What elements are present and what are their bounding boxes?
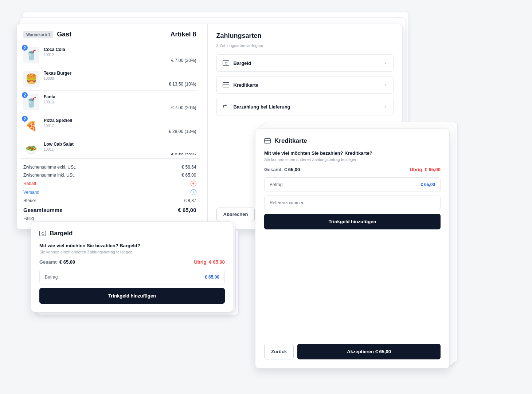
payment-title: Zahlungsarten [216, 32, 394, 40]
total-label: Gesamt [39, 259, 57, 265]
reference-input[interactable]: Referenznummer [264, 196, 441, 210]
add-discount-icon[interactable]: + [191, 181, 196, 186]
subtotal-incl-label: Zwischensumme inkl. USt. [23, 173, 75, 178]
qty-badge: 2 [22, 116, 28, 122]
remaining-label: Übrig [410, 167, 422, 172]
question-title: Mit wie viel möchten Sie bezahlen? Barge… [39, 243, 225, 248]
modal-title: Kreditkarte [274, 137, 307, 145]
cash-icon [39, 231, 46, 236]
total-value: € 65,00 [284, 167, 300, 172]
item-name: Texas Burger [44, 71, 196, 76]
payment-option-card[interactable]: Kreditkarte → [216, 76, 394, 94]
product-thumb: 🥗 [23, 142, 39, 155]
amount-input[interactable]: Betrag € 65,00 [39, 270, 225, 284]
cart-item[interactable]: 2 🥤 Coca Cola 10012 € 7,00 (20%) [21, 43, 199, 67]
cash-payment-modal: Bargeld Mit wie viel möchten Sie bezahle… [31, 221, 233, 312]
subtotal-excl-label: Zwischensumme exkl. USt. [23, 165, 76, 170]
cart-item[interactable]: 2 🥤 Fanta 10013 € 7,00 (20%) [21, 91, 199, 114]
total-label: Gesamt [264, 167, 282, 172]
item-sku: 10017 [44, 124, 196, 128]
cart-item[interactable]: 🥗 Low Cab Salat 10011 € 9,50 (20%) [21, 138, 199, 155]
amount-value: € 65,00 [420, 182, 435, 187]
item-sku: 10008 [44, 76, 196, 80]
item-name: Pizza Speziell [44, 118, 196, 123]
arrow-right-icon: → [382, 82, 387, 88]
item-sku: 10012 [44, 53, 196, 57]
add-tip-button[interactable]: Trinkgeld hinzufügen [39, 288, 225, 304]
item-name: Coca Cola [44, 47, 196, 52]
remaining-value: € 65,00 [209, 259, 225, 265]
cart-badge: Warenkorb 1 [23, 31, 53, 38]
modal-title: Bargeld [50, 230, 73, 237]
cart-item[interactable]: 🍔 Texas Burger 10008 € 13,50 (10%) [21, 67, 199, 91]
payment-option-cash[interactable]: Bargeld → [216, 54, 394, 72]
tax-value: € 8,37 [184, 198, 196, 203]
qty-badge: 2 [22, 45, 28, 51]
payment-option-cod[interactable]: Barzahlung bei Lieferung → [216, 98, 394, 115]
reference-label: Referenznummer [270, 200, 304, 205]
article-count: Artikel 8 [170, 31, 196, 38]
amount-value: € 65,00 [205, 275, 219, 280]
payment-option-label: Kreditkarte [234, 82, 259, 88]
remaining-value: € 65,00 [425, 167, 441, 172]
item-price: € 7,00 (20%) [171, 58, 196, 63]
subtotal-incl-value: € 65,00 [181, 173, 196, 178]
arrow-right-icon: → [382, 103, 387, 110]
card-icon [223, 82, 229, 87]
item-price: € 28,00 (13%) [169, 129, 196, 134]
tax-label: Steuer [23, 198, 36, 203]
cod-icon [223, 104, 229, 109]
cart-pane: Warenkorb 1 Gast Artikel 8 2 🥤 Coca Cola… [17, 24, 208, 229]
totals: Zwischensumme exkl. USt.€ 56,64 Zwischen… [21, 158, 199, 222]
remaining-label: Übrig [194, 259, 206, 265]
payment-option-label: Barzahlung bei Lieferung [234, 104, 290, 110]
back-button[interactable]: Zurück [264, 344, 294, 359]
arrow-right-icon: → [382, 60, 387, 66]
item-price: € 13,50 (10%) [169, 82, 196, 87]
total-value: € 65,00 [59, 259, 75, 265]
due-label: Fällig [23, 216, 34, 221]
amount-label: Betrag [270, 182, 282, 187]
item-name: Fanta [44, 94, 196, 99]
grand-total-value: € 65,00 [178, 207, 196, 213]
question-subtitle: Sie können einen anderen Zahlungsbetrag … [264, 157, 441, 162]
cart-item[interactable]: 2 🍕 Pizza Speziell 10017 € 28,00 (13%) [21, 114, 199, 138]
discount-label: Rabatt [23, 181, 36, 186]
question-title: Mit wie viel möchten Sie bezahlen? Kredi… [264, 150, 441, 156]
item-price: € 9,50 (20%) [171, 153, 196, 155]
add-shipping-icon[interactable]: + [191, 189, 196, 195]
item-sku: 10013 [44, 100, 196, 104]
cancel-button[interactable]: Abbrechen [216, 208, 255, 221]
qty-badge: 2 [22, 92, 28, 98]
payment-subtitle: 3 Zahlungsarten verfügbar [216, 43, 394, 48]
cash-icon [223, 60, 229, 66]
grand-total-label: Gesamtsumme [23, 207, 63, 213]
add-tip-button[interactable]: Trinkgeld hinzufügen [264, 214, 441, 229]
item-name: Low Cab Salat [44, 142, 196, 147]
shipping-label: Versand [23, 190, 39, 195]
payment-option-label: Bargeld [234, 60, 251, 66]
cart-items: 2 🥤 Coca Cola 10012 € 7,00 (20%) 🍔 Texas… [21, 43, 199, 155]
item-sku: 10011 [44, 147, 196, 151]
card-icon [264, 138, 271, 143]
question-subtitle: Sie können einen anderen Zahlungsbetrag … [39, 250, 225, 254]
card-payment-modal: Kreditkarte Mit wie viel möchten Sie bez… [255, 128, 450, 369]
item-price: € 7,00 (20%) [171, 105, 196, 110]
guest-label: Gast [57, 31, 71, 38]
subtotal-excl-value: € 56,64 [181, 165, 196, 170]
amount-input[interactable]: Betrag € 65,00 [264, 177, 441, 192]
accept-button[interactable]: Akzeptieren € 65,00 [297, 344, 441, 359]
product-thumb: 🍔 [23, 71, 39, 87]
amount-label: Betrag [45, 275, 58, 280]
